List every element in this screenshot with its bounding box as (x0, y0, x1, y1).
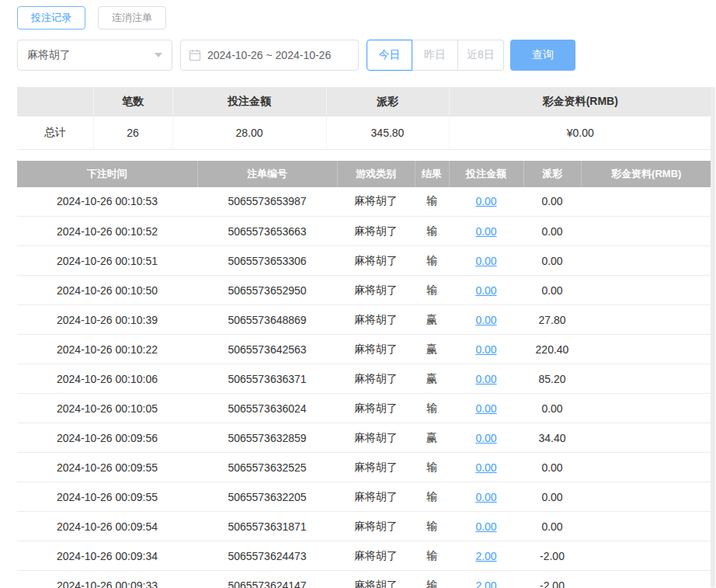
col-header-bet-time: 下注时间 (17, 161, 197, 187)
bet-amount-link[interactable]: 0.00 (475, 343, 496, 356)
bonus-cell (581, 482, 711, 512)
bet-amount-link[interactable]: 0.00 (475, 491, 496, 503)
bet-time-cell: 2024-10-26 00:09:34 (17, 541, 197, 571)
bet-amount-link[interactable]: 0.00 (475, 284, 496, 297)
result-cell: 输 (415, 187, 449, 217)
bet-time-cell: 2024-10-26 00:10:50 (17, 276, 197, 305)
summary-payout-value: 345.80 (326, 117, 449, 149)
order-id-cell: 5065573648869 (197, 305, 337, 335)
tab-cancelled-orders[interactable]: 连消注单 (98, 6, 166, 30)
table-row: 2024-10-26 00:09:345065573624473麻将胡了输2.0… (17, 541, 711, 571)
summary-header-row: 笔数 投注金额 派彩 彩金资料(RMB) (17, 87, 711, 117)
game-type-cell: 麻将胡了 (337, 187, 415, 217)
payout-cell: -2.00 (523, 571, 581, 588)
bet-amount-link[interactable]: 0.00 (475, 314, 496, 326)
bet-amount-cell: 0.00 (449, 187, 523, 217)
table-row: 2024-10-26 00:10:515065573653306麻将胡了输0.0… (17, 246, 711, 276)
quick-today-button[interactable]: 今日 (367, 40, 412, 71)
order-id-cell: 5065573624147 (197, 571, 337, 588)
table-row: 2024-10-26 00:10:525065573653663麻将胡了输0.0… (17, 217, 711, 246)
game-select[interactable]: 麻将胡了 (17, 40, 172, 71)
bonus-cell (581, 187, 711, 217)
game-type-cell: 麻将胡了 (337, 453, 415, 482)
payout-cell: 0.00 (523, 394, 581, 423)
result-cell: 赢 (415, 305, 449, 335)
bet-amount-link[interactable]: 0.00 (475, 255, 496, 267)
table-row: 2024-10-26 00:09:335065573624147麻将胡了输2.0… (17, 571, 711, 588)
table-row: 2024-10-26 00:10:065065573636371麻将胡了赢0.0… (17, 364, 711, 394)
chevron-down-icon (155, 53, 162, 57)
col-header-bet-amount: 投注金额 (449, 161, 523, 187)
game-type-cell: 麻将胡了 (337, 571, 415, 588)
bonus-cell (581, 246, 711, 276)
summary-header-payout: 派彩 (326, 87, 449, 117)
result-cell: 输 (415, 276, 449, 305)
bet-time-cell: 2024-10-26 00:10:05 (17, 394, 197, 423)
table-row: 2024-10-26 00:10:055065573636024麻将胡了输0.0… (17, 394, 711, 423)
payout-cell: 27.80 (523, 305, 581, 335)
bonus-cell (581, 364, 711, 394)
bet-amount-link[interactable]: 2.00 (475, 579, 496, 588)
bet-amount-cell: 0.00 (449, 364, 523, 394)
payout-cell: 0.00 (523, 217, 581, 246)
table-row: 2024-10-26 00:09:555065573632525麻将胡了输0.0… (17, 453, 711, 482)
calendar-icon (189, 49, 201, 61)
summary-header-bonus: 彩金资料(RMB) (449, 87, 711, 117)
bet-table-header-row: 下注时间 注单编号 游戏类别 结果 投注金额 派彩 彩金资料(RMB) (17, 161, 711, 187)
result-cell: 赢 (415, 364, 449, 394)
bet-table: 下注时间 注单编号 游戏类别 结果 投注金额 派彩 彩金资料(RMB) 2024… (17, 161, 711, 588)
quick-yesterday-button[interactable]: 昨日 (412, 40, 458, 71)
bet-time-cell: 2024-10-26 00:10:51 (17, 246, 197, 276)
bet-amount-link[interactable]: 0.00 (475, 195, 496, 207)
quick-8days-button[interactable]: 近8日 (458, 40, 504, 71)
summary-total-label: 总计 (17, 117, 93, 149)
search-button[interactable]: 查询 (510, 40, 575, 71)
result-cell: 赢 (415, 423, 449, 453)
bet-time-cell: 2024-10-26 00:10:39 (17, 305, 197, 335)
bet-amount-cell: 0.00 (449, 512, 523, 541)
bet-time-cell: 2024-10-26 00:09:55 (17, 453, 197, 482)
bet-amount-link[interactable]: 2.00 (475, 550, 496, 562)
bet-amount-cell: 0.00 (449, 482, 523, 512)
bonus-cell (581, 276, 711, 305)
col-header-order-id: 注单编号 (197, 161, 337, 187)
bet-amount-link[interactable]: 0.00 (475, 373, 496, 385)
order-id-cell: 5065573653663 (197, 217, 337, 246)
bet-amount-link[interactable]: 0.00 (475, 520, 496, 533)
game-type-cell: 麻将胡了 (337, 335, 415, 364)
order-id-cell: 5065573642563 (197, 335, 337, 364)
summary-total-row: 总计 26 28.00 345.80 ¥0.00 (17, 117, 711, 149)
bet-time-cell: 2024-10-26 00:10:06 (17, 364, 197, 394)
bet-time-cell: 2024-10-26 00:09:33 (17, 571, 197, 588)
bet-amount-link[interactable]: 0.00 (475, 402, 496, 415)
summary-header-empty (17, 87, 93, 117)
bonus-cell (581, 541, 711, 571)
table-row: 2024-10-26 00:10:505065573652950麻将胡了输0.0… (17, 276, 711, 305)
vertical-scrollbar[interactable] (711, 87, 715, 588)
bet-time-cell: 2024-10-26 00:10:52 (17, 217, 197, 246)
bet-amount-link[interactable]: 0.00 (475, 432, 496, 444)
order-id-cell: 5065573632859 (197, 423, 337, 453)
bet-amount-cell: 0.00 (449, 394, 523, 423)
table-row: 2024-10-26 00:09:555065573632205麻将胡了输0.0… (17, 482, 711, 512)
table-row: 2024-10-26 00:10:225065573642563麻将胡了赢0.0… (17, 335, 711, 364)
payout-cell: 0.00 (523, 512, 581, 541)
game-type-cell: 麻将胡了 (337, 364, 415, 394)
payout-cell: 0.00 (523, 453, 581, 482)
table-row: 2024-10-26 00:10:535065573653987麻将胡了输0.0… (17, 187, 711, 217)
col-header-bonus: 彩金资料(RMB) (581, 161, 711, 187)
result-cell: 输 (415, 453, 449, 482)
bet-amount-cell: 0.00 (449, 246, 523, 276)
game-type-cell: 麻将胡了 (337, 276, 415, 305)
summary-count-value: 26 (93, 117, 172, 149)
game-select-value: 麻将胡了 (27, 48, 71, 62)
tab-bet-records[interactable]: 投注记录 (17, 6, 85, 30)
bet-amount-link[interactable]: 0.00 (475, 461, 496, 474)
bet-amount-link[interactable]: 0.00 (475, 225, 496, 238)
result-cell: 输 (415, 482, 449, 512)
filter-bar: 麻将胡了 2024-10-26 ~ 2024-10-26 今日 昨日 近8日 查… (17, 40, 711, 71)
date-range-input[interactable]: 2024-10-26 ~ 2024-10-26 (180, 40, 359, 71)
payout-cell: -2.00 (523, 541, 581, 571)
game-type-cell: 麻将胡了 (337, 541, 415, 571)
payout-cell: 0.00 (523, 187, 581, 217)
